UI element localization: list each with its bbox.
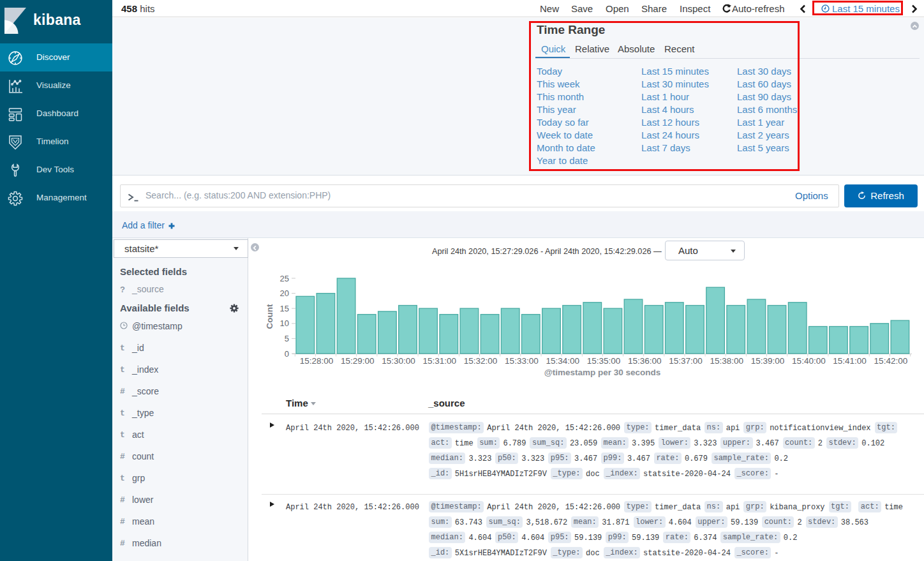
svg-text:15:33:00: 15:33:00 (505, 356, 539, 366)
svg-text:10: 10 (280, 318, 289, 328)
svg-text:15:35:00: 15:35:00 (587, 356, 621, 366)
svg-text:15:42:00: 15:42:00 (874, 356, 908, 366)
svg-text:15:37:00: 15:37:00 (669, 356, 703, 366)
svg-text:5: 5 (285, 334, 289, 343)
svg-text:15:40:00: 15:40:00 (792, 356, 826, 366)
svg-text:15:28:00: 15:28:00 (300, 356, 334, 366)
svg-text:@timestamp per 30 seconds: @timestamp per 30 seconds (544, 368, 661, 377)
svg-text:20: 20 (280, 288, 289, 298)
svg-text:0: 0 (285, 349, 289, 359)
svg-text:15:34:00: 15:34:00 (546, 356, 579, 366)
svg-text:15:30:00: 15:30:00 (382, 356, 415, 366)
svg-text:15:36:00: 15:36:00 (628, 356, 662, 366)
svg-text:Count: Count (265, 304, 274, 329)
svg-text:15:32:00: 15:32:00 (464, 356, 498, 366)
svg-text:15:41:00: 15:41:00 (833, 356, 867, 366)
svg-text:15:38:00: 15:38:00 (710, 356, 744, 366)
svg-text:25: 25 (280, 274, 289, 283)
svg-text:15:31:00: 15:31:00 (423, 356, 457, 366)
svg-text:15:39:00: 15:39:00 (751, 356, 785, 366)
svg-text:15: 15 (280, 304, 289, 313)
svg-text:15:29:00: 15:29:00 (341, 356, 375, 366)
